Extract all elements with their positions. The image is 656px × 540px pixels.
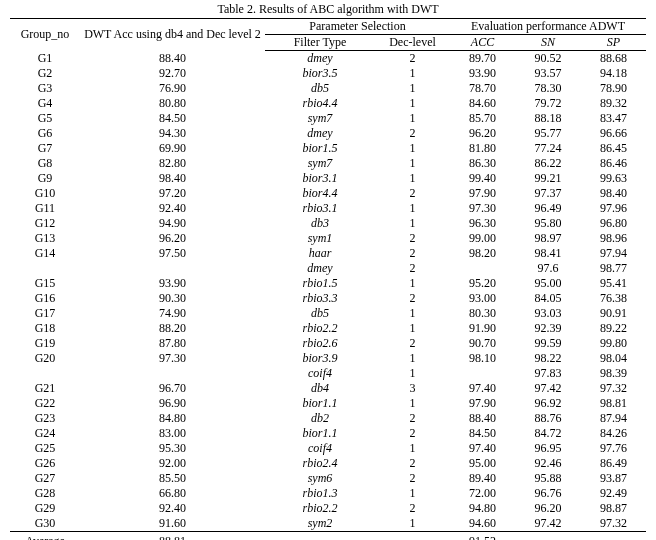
cell-dec-level: 2 — [375, 456, 450, 471]
cell-dwt-acc: 74.90 — [80, 306, 265, 321]
cell-sn: 95.00 — [515, 276, 581, 291]
table-row: G480.80rbio4.4184.6079.7289.32 — [10, 96, 646, 111]
table-row: G1987.80rbio2.6290.7099.5999.80 — [10, 336, 646, 351]
cell-dwt-acc: 92.70 — [80, 66, 265, 81]
cell-dwt-acc: 69.90 — [80, 141, 265, 156]
cell-dec-level: 3 — [375, 381, 450, 396]
cell-sp: 86.46 — [581, 156, 646, 171]
cell-dwt-acc: 66.80 — [80, 486, 265, 501]
cell-acc: 88.40 — [450, 411, 515, 426]
cell-dwt-acc: 87.80 — [80, 336, 265, 351]
cell-filter-type: bior3.9 — [265, 351, 375, 366]
cell-acc: 97.90 — [450, 396, 515, 411]
cell-dec-level: 2 — [375, 291, 450, 306]
cell-dwt-acc: 83.00 — [80, 426, 265, 441]
cell-dwt-acc: 84.50 — [80, 111, 265, 126]
cell-sp: 76.38 — [581, 291, 646, 306]
cell-group: G24 — [10, 426, 80, 441]
cell-sn: 97.83 — [515, 366, 581, 381]
cell-sp: 98.39 — [581, 366, 646, 381]
cell-acc: 93.00 — [450, 291, 515, 306]
cell-group: G8 — [10, 156, 80, 171]
cell-sp: 83.47 — [581, 111, 646, 126]
table-row: G376.90db5178.7078.3078.90 — [10, 81, 646, 96]
cell-group: G30 — [10, 516, 80, 532]
average-row: Average88.8191.52 — [10, 532, 646, 541]
cell-group: G5 — [10, 111, 80, 126]
cell-sp: 87.94 — [581, 411, 646, 426]
cell-acc: 81.80 — [450, 141, 515, 156]
cell-filter-type: dmey — [265, 126, 375, 141]
cell-sn: 78.30 — [515, 81, 581, 96]
cell-sn: 99.59 — [515, 336, 581, 351]
cell-sp: 96.66 — [581, 126, 646, 141]
table-row: G882.80sym7186.3086.2286.46 — [10, 156, 646, 171]
cell-dec-level: 1 — [375, 306, 450, 321]
cell-group: G26 — [10, 456, 80, 471]
cell-sp: 86.49 — [581, 456, 646, 471]
cell-dwt-acc: 91.60 — [80, 516, 265, 532]
cell-dec-level: 2 — [375, 231, 450, 246]
cell-filter-type: sym7 — [265, 111, 375, 126]
table-row: G1497.50haar298.2098.4197.94 — [10, 246, 646, 261]
cell-acc: 96.20 — [450, 126, 515, 141]
cell-group: G22 — [10, 396, 80, 411]
cell-dec-level: 2 — [375, 51, 450, 67]
cell-sp: 97.96 — [581, 201, 646, 216]
cell-sn: 98.97 — [515, 231, 581, 246]
table-row: G1097.20bior4.4297.9097.3798.40 — [10, 186, 646, 201]
cell-dwt-acc: 90.30 — [80, 291, 265, 306]
cell-sn: 93.57 — [515, 66, 581, 81]
cell-filter-type: rbio2.4 — [265, 456, 375, 471]
table-row: G2595.30coif4197.4096.9597.76 — [10, 441, 646, 456]
table-row: G2692.00rbio2.4295.0092.4686.49 — [10, 456, 646, 471]
cell-dec-level: 2 — [375, 261, 450, 276]
table-row: G1888.20rbio2.2191.9092.3989.22 — [10, 321, 646, 336]
cell-group: G23 — [10, 411, 80, 426]
th-acc: ACC — [450, 35, 515, 51]
cell-sn: 96.95 — [515, 441, 581, 456]
cell-dec-level: 2 — [375, 246, 450, 261]
cell-group: G12 — [10, 216, 80, 231]
cell-group: G11 — [10, 201, 80, 216]
cell-group: G15 — [10, 276, 80, 291]
cell-filter-type: coif4 — [265, 441, 375, 456]
cell-acc — [450, 366, 515, 381]
cell-filter-type: sym6 — [265, 471, 375, 486]
cell-group: G25 — [10, 441, 80, 456]
cell-average-acc: 91.52 — [450, 532, 515, 541]
cell-acc: 84.50 — [450, 426, 515, 441]
cell-sn: 93.03 — [515, 306, 581, 321]
cell-dec-level: 1 — [375, 66, 450, 81]
cell-dwt-acc: 96.70 — [80, 381, 265, 396]
cell-dwt-acc: 92.40 — [80, 201, 265, 216]
cell-sp: 98.96 — [581, 231, 646, 246]
cell-sn: 96.49 — [515, 201, 581, 216]
table-row: G2866.80rbio1.3172.0096.7692.49 — [10, 486, 646, 501]
cell-filter-type: rbio1.3 — [265, 486, 375, 501]
cell-dec-level: 1 — [375, 321, 450, 336]
cell-filter-type: rbio3.1 — [265, 201, 375, 216]
cell-dwt-acc: 96.90 — [80, 396, 265, 411]
table-caption: Table 2. Results of ABC algorithm with D… — [0, 2, 656, 17]
cell-acc: 97.40 — [450, 381, 515, 396]
table-row: G2384.80db2288.4088.7687.94 — [10, 411, 646, 426]
cell-filter-type: bior4.4 — [265, 186, 375, 201]
cell-acc: 98.10 — [450, 351, 515, 366]
cell-acc: 95.00 — [450, 456, 515, 471]
cell-dwt-acc: 97.30 — [80, 351, 265, 366]
cell-sn: 92.39 — [515, 321, 581, 336]
table-row: G998.40bior3.1199.4099.2199.63 — [10, 171, 646, 186]
cell-dwt-acc: 88.40 — [80, 51, 265, 67]
cell-dec-level: 1 — [375, 171, 450, 186]
cell-dec-level: 1 — [375, 486, 450, 501]
table-row: coif4197.8398.39 — [10, 366, 646, 381]
table-row: G1690.30rbio3.3293.0084.0576.38 — [10, 291, 646, 306]
cell-dec-level: 1 — [375, 156, 450, 171]
cell-sp: 93.87 — [581, 471, 646, 486]
cell-dwt-acc: 88.20 — [80, 321, 265, 336]
cell-sp: 94.18 — [581, 66, 646, 81]
cell-acc: 86.30 — [450, 156, 515, 171]
th-evaluation: Evaluation performance ADWT — [450, 19, 646, 35]
cell-acc: 90.70 — [450, 336, 515, 351]
